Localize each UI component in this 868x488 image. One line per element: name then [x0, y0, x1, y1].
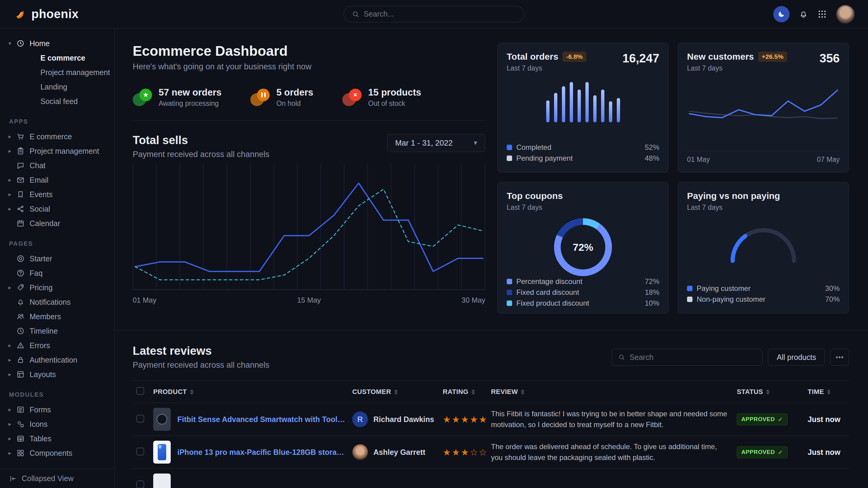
more-options-button[interactable]: ⋯	[830, 349, 849, 366]
row-checkbox[interactable]	[136, 415, 144, 423]
sidebar-item-authentication[interactable]: ▸Authentication	[0, 353, 114, 367]
brand[interactable]: phoenix	[13, 7, 79, 22]
sort-icon	[471, 389, 475, 395]
stat-subtitle: Out of stock	[368, 99, 421, 108]
sidebar-item-starter[interactable]: Starter	[0, 251, 114, 266]
sidebar-item-label: Components	[30, 449, 108, 458]
notifications-button[interactable]	[799, 9, 808, 19]
sidebar-item-chat[interactable]: Chat	[0, 158, 114, 173]
dashboard-right-column: Total orders -6.8% Last 7 days 16,247 Co…	[497, 43, 849, 314]
legend-item: Pending payment48%	[507, 153, 659, 164]
stat-subtitle: Awating processing	[159, 99, 221, 108]
product-link[interactable]: iPhone 13 pro max-Pacific Blue-128GB sto…	[177, 448, 345, 457]
apps-grid-button[interactable]	[817, 9, 827, 19]
row-checkbox[interactable]	[136, 481, 144, 488]
sidebar-subitem-project-management[interactable]: Project management	[0, 65, 114, 79]
customer-cell: Ashley Garrett	[352, 444, 435, 460]
sidebar-item-forms[interactable]: ▸Forms	[0, 402, 114, 417]
lock-icon	[16, 356, 30, 364]
app-root: phoenix ▾HomeE commerceProject managemen…	[0, 0, 868, 488]
sidebar-item-notifications[interactable]: Notifications	[0, 295, 114, 309]
x-icon: ×	[349, 89, 362, 101]
total-sells-chart	[133, 163, 485, 293]
column-header-review[interactable]: REVIEW	[487, 381, 733, 403]
all-products-button[interactable]: All products	[768, 349, 825, 366]
sidebar-subitem-social-feed[interactable]: Social feed	[0, 94, 114, 108]
sidebar-subitem-e-commerce[interactable]: E commerce	[0, 51, 114, 65]
bar	[609, 101, 612, 122]
bell-icon	[799, 9, 808, 19]
customer-avatar: R	[352, 412, 368, 427]
paying-legend: Paying customer30%Non-paying customer70%	[687, 283, 840, 305]
sidebar-item-layouts[interactable]: ▸Layouts	[0, 367, 114, 382]
card-title: New customers	[687, 52, 754, 62]
sidebar-item-e-commerce[interactable]: ▸E commerce	[0, 129, 114, 144]
sort-icon	[190, 389, 194, 395]
sidebar-item-pricing[interactable]: ▸Pricing	[0, 280, 114, 295]
paying-card: Paying vs non paying Last 7 days Paying …	[678, 182, 849, 314]
sidebar-item-components[interactable]: ▸Components	[0, 446, 114, 460]
coupons-legend: Percentage discount72%Fixed card discoun…	[507, 276, 659, 308]
customer-name: Richard Dawkins	[373, 415, 434, 424]
sidebar-item-label: Pricing	[30, 283, 108, 292]
stat-title: 15 products	[368, 87, 421, 98]
column-header-status[interactable]: STATUS	[733, 381, 804, 403]
page-title: Ecommerce Dashboard	[133, 43, 485, 59]
global-search-input[interactable]	[364, 10, 516, 19]
sidebar-item-home[interactable]: ▾Home	[0, 36, 114, 51]
share-icon	[16, 205, 30, 213]
card-period: Last 7 days	[687, 64, 787, 72]
sidebar-item-label: Home	[30, 39, 108, 48]
form-icon	[16, 405, 30, 414]
sidebar-item-email[interactable]: ▸Email	[0, 173, 114, 187]
column-header-customer[interactable]: CUSTOMER	[349, 381, 439, 403]
total-sells-title: Total sells	[133, 134, 269, 147]
reviews-search[interactable]	[612, 349, 763, 366]
sidebar-item-members[interactable]: Members	[0, 309, 114, 324]
sidebar-item-errors[interactable]: ▸Errors	[0, 338, 114, 353]
total-orders-value: 16,247	[622, 52, 659, 65]
sidebar-item-tables[interactable]: ▸Tables	[0, 431, 114, 446]
date-range-select[interactable]: Mar 1 - 31, 2022 ▾	[387, 134, 485, 152]
sidebar-item-label: Members	[30, 312, 108, 321]
sidebar-item-faq[interactable]: Faq	[0, 266, 114, 280]
bookmark-icon	[16, 190, 30, 199]
components-icon	[16, 449, 30, 457]
column-header-inner: RATING	[443, 388, 484, 396]
sidebar-item-icons[interactable]: ▸Icons	[0, 417, 114, 431]
navbar-actions	[773, 5, 855, 24]
sidebar-subitem-landing[interactable]: Landing	[0, 79, 114, 94]
row-checkbox[interactable]	[136, 448, 144, 455]
search-icon	[352, 10, 360, 18]
table-row: iPhone 13 pro max-Pacific Blue-128GB sto…	[133, 436, 849, 469]
column-header-rating[interactable]: RATING	[439, 381, 487, 403]
check-icon: ✓	[778, 416, 783, 423]
paying-gauge-chart	[724, 222, 803, 264]
column-header-time[interactable]: TIME	[804, 381, 849, 403]
sidebar-item-social[interactable]: ▸Social	[0, 202, 114, 216]
layout-icon	[16, 370, 30, 379]
reviews-search-input[interactable]	[629, 353, 756, 362]
column-header-inner: PRODUCT	[153, 388, 345, 396]
sidebar-item-project-management[interactable]: ▸Project management	[0, 144, 114, 158]
star-icon: ★	[140, 89, 152, 101]
bar	[554, 93, 557, 122]
legend-swatch	[687, 297, 692, 302]
date-range-value: Mar 1 - 31, 2022	[395, 138, 453, 148]
legend-item: Fixed card discount18%	[507, 287, 659, 298]
sidebar-item-calendar[interactable]: Calendar	[0, 216, 114, 231]
product-link[interactable]: Fitbit Sense Advanced Smartwatch with To…	[177, 415, 345, 424]
sidebar-item-label: Starter	[30, 254, 108, 263]
global-search[interactable]	[343, 6, 525, 22]
select-all-checkbox[interactable]	[136, 387, 144, 395]
column-header-product[interactable]: PRODUCT	[150, 381, 349, 403]
collapse-view-button[interactable]: Collapsed View	[0, 469, 114, 488]
clock-icon	[16, 39, 30, 47]
legend-item: Completed52%	[507, 142, 659, 153]
theme-toggle-button[interactable]	[773, 6, 789, 22]
sidebar-item-label: Social	[30, 205, 108, 214]
sidebar-item-events[interactable]: ▸Events	[0, 187, 114, 202]
user-avatar[interactable]	[836, 5, 855, 24]
sidebar-item-timeline[interactable]: Timeline	[0, 324, 114, 338]
x-tick: 30 May	[461, 296, 485, 304]
